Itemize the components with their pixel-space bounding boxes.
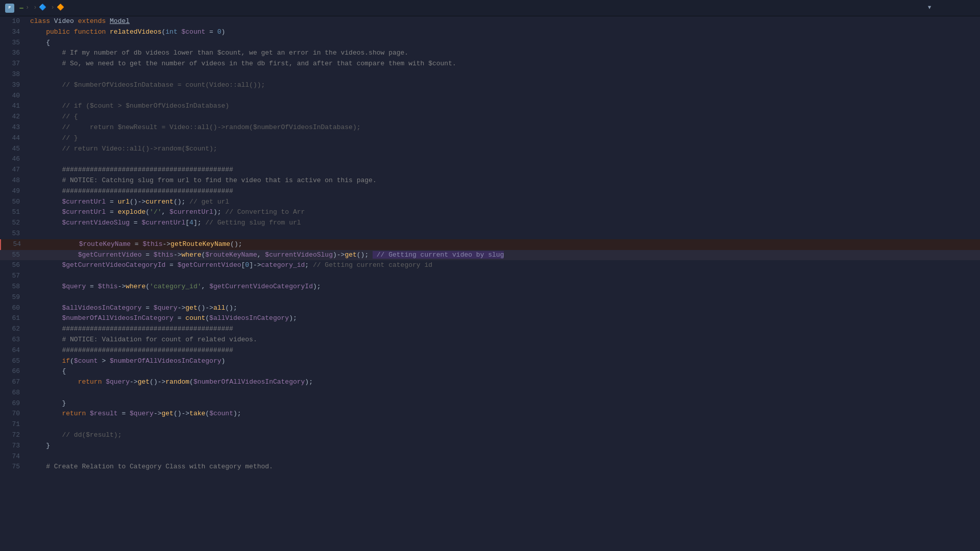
line-content: // $numberOfVideosInDatabase = count(Vid… [28, 80, 980, 91]
line-content: # Create Relation to Category Class with… [28, 462, 980, 472]
run-button[interactable] [915, 7, 919, 9]
table-row: 47 #####################################… [0, 165, 980, 176]
table-row: 73 } [0, 441, 980, 452]
line-number: 36 [0, 48, 28, 59]
line-number: 56 [0, 260, 28, 271]
table-row: 36 # If my number of db videos lower tha… [0, 48, 980, 59]
table-row: 62 #####################################… [0, 324, 980, 335]
table-row: 66 { [0, 366, 980, 377]
table-row: 72 // dd($result); [0, 430, 980, 441]
class-icon: 🔷 [39, 3, 46, 13]
line-number: 49 [0, 186, 28, 197]
line-number: 44 [0, 133, 28, 144]
line-content: { [28, 366, 980, 377]
line-number: 75 [0, 462, 28, 472]
table-row: 38 [0, 69, 980, 80]
table-row: 71 [0, 419, 980, 430]
line-content: // { [28, 112, 980, 122]
line-content: // } [28, 133, 980, 144]
line-number: 74 [0, 452, 28, 462]
title-bar-right[interactable]: ▾ [915, 1, 975, 16]
table-row: 67 return $query->get()->random($numberO… [0, 377, 980, 388]
line-number: 70 [0, 409, 28, 419]
table-row: 42 // { [0, 112, 980, 122]
line-number: 46 [0, 154, 28, 165]
line-number: 39 [0, 80, 28, 91]
line-number: 69 [0, 398, 28, 409]
php-file-icon: P [5, 4, 14, 13]
title-bar: P › › 🔷 › 🔶 ▾ [0, 0, 980, 16]
line-content: $routeKeyName = $this->getRouteKeyName()… [29, 239, 980, 250]
line-number: 64 [0, 345, 28, 356]
table-row: 46 [0, 154, 980, 165]
close-button[interactable] [961, 7, 965, 9]
method-icon: 🔶 [57, 3, 64, 13]
line-content: return $result = $query->get()->take($co… [28, 409, 980, 419]
table-row: 34 public function relatedVideos(int $co… [0, 27, 980, 38]
line-content [28, 271, 980, 282]
line-content: $query = $this->where('category_id', $ge… [28, 282, 980, 292]
table-row: 39 // $numberOfVideosInDatabase = count(… [0, 80, 980, 91]
line-number: 73 [0, 441, 28, 452]
line-number: 51 [0, 207, 28, 218]
line-content: $currentUrl = explode('/', $currentUrl);… [28, 207, 980, 218]
line-number: 65 [0, 356, 28, 367]
line-content: # NOTICE: Validation for count of relate… [28, 335, 980, 345]
line-number: 37 [0, 59, 28, 69]
table-row: 35 { [0, 38, 980, 48]
filename: › › 🔷 › 🔶 [17, 3, 66, 13]
line-number: 71 [0, 419, 28, 430]
line-number: 48 [0, 176, 28, 186]
table-row: 59 [0, 292, 980, 303]
table-row: 58 $query = $this->where('category_id', … [0, 282, 980, 292]
line-content: $numberOfAllVideosInCategory = count($al… [28, 313, 980, 324]
line-number: 35 [0, 38, 28, 48]
line-content: if($count > $numberOfAllVideosInCategory… [28, 356, 980, 367]
line-content [28, 229, 980, 239]
line-number: 72 [0, 430, 28, 441]
debug-dropdown-icon[interactable]: ▾ [925, 1, 934, 16]
line-number: 57 [0, 271, 28, 282]
table-row: 61 $numberOfAllVideosInCategory = count(… [0, 313, 980, 324]
line-content: # If my number of db videos lower than $… [28, 48, 980, 59]
table-row: 40 [0, 91, 980, 102]
more-button[interactable] [971, 7, 975, 9]
table-row: 74 [0, 452, 980, 462]
line-content [28, 452, 980, 462]
line-content: $currentVideoSlug = $currentUrl[4]; // G… [28, 218, 980, 229]
table-row: 48 # NOTICE: Catching slug from url to f… [0, 176, 980, 186]
line-number: 43 [0, 122, 28, 133]
line-content: ########################################… [28, 324, 980, 335]
line-content: $getCurrentVideoCategoryId = $getCurrent… [28, 260, 980, 271]
line-content: public function relatedVideos(int $count… [28, 27, 980, 38]
layout-button[interactable] [950, 7, 954, 9]
line-content: // dd($result); [28, 430, 980, 441]
table-row: 64 #####################################… [0, 345, 980, 356]
table-row: 68 [0, 388, 980, 398]
line-content [28, 91, 980, 102]
line-content [28, 69, 980, 80]
line-number: 54 [1, 239, 29, 250]
line-number: 62 [0, 324, 28, 335]
line-content: return $query->get()->random($numberOfAl… [28, 377, 980, 388]
line-number: 68 [0, 388, 28, 398]
table-row: 60 $allVideosInCategory = $query->get()-… [0, 303, 980, 314]
line-number: 59 [0, 292, 28, 303]
line-number: 61 [0, 313, 28, 324]
line-content: ########################################… [28, 186, 980, 197]
line-content: $allVideosInCategory = $query->get()->al… [28, 303, 980, 314]
settings-button[interactable] [940, 7, 944, 9]
table-row: 55 $getCurrentVideo = $this->where($rout… [0, 250, 980, 261]
table-row: 44 // } [0, 133, 980, 144]
table-row: 75 # Create Relation to Category Class w… [0, 462, 980, 472]
table-row: 63 # NOTICE: Validation for count of rel… [0, 335, 980, 345]
line-content: $getCurrentVideo = $this->where($routeKe… [28, 250, 980, 261]
code-editor: 10class Video extends Model34 public fun… [0, 16, 980, 551]
table-row: 56 $getCurrentVideoCategoryId = $getCurr… [0, 260, 980, 271]
line-number: 60 [0, 303, 28, 314]
line-number: 40 [0, 91, 28, 102]
line-content: $currentUrl = url()->current(); // get u… [28, 197, 980, 208]
line-number: 47 [0, 165, 28, 176]
table-row: 49 #####################################… [0, 186, 980, 197]
line-number: 55 [0, 250, 28, 261]
